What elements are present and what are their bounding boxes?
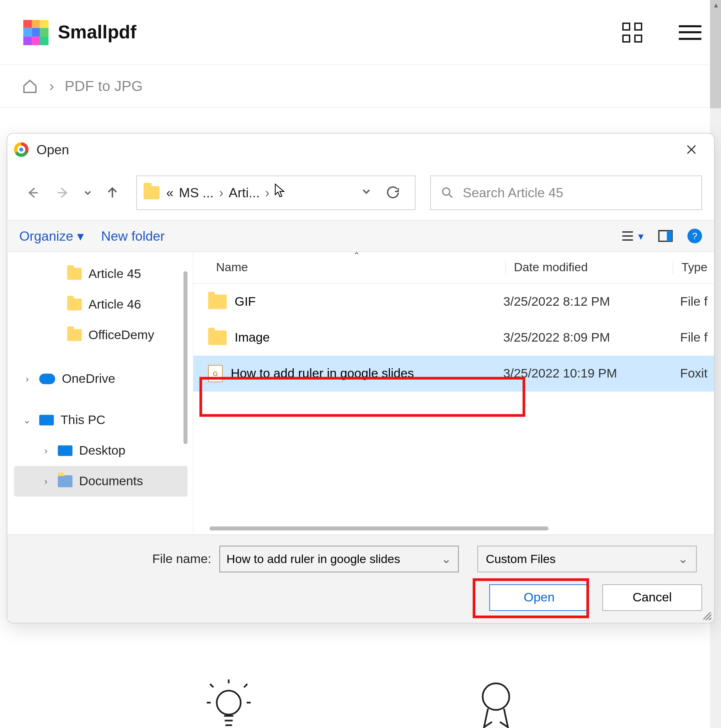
filetype-select[interactable]: Custom Files ⌄ <box>477 546 697 572</box>
recent-dropdown[interactable] <box>80 179 95 206</box>
breadcrumb-sep: › <box>49 78 54 95</box>
file-open-dialog: Open « MS ... › <box>7 133 715 624</box>
menu-icon[interactable] <box>679 25 701 40</box>
resize-grip[interactable] <box>703 612 711 620</box>
dialog-titlebar: Open <box>8 134 714 166</box>
tree-item-documents[interactable]: ›Documents <box>14 466 187 497</box>
tree-item-onedrive[interactable]: ›OneDrive <box>14 364 187 394</box>
refresh-button[interactable] <box>378 186 408 199</box>
site-header: Smallpdf <box>0 0 721 65</box>
list-item-folder[interactable]: Image 3/25/2022 8:09 PM File f <box>193 320 714 355</box>
tree-scrollbar[interactable] <box>184 271 187 444</box>
pdf-icon: G <box>208 365 223 382</box>
tree-item-desktop[interactable]: ›Desktop <box>14 436 187 466</box>
breadcrumb-current[interactable]: PDF to JPG <box>65 78 142 95</box>
chrome-icon <box>14 142 28 157</box>
open-button[interactable]: Open <box>489 584 589 611</box>
filename-value: How to add ruler in google slides <box>227 552 400 566</box>
close-button[interactable] <box>678 136 705 163</box>
tree-label: Article 46 <box>89 297 141 312</box>
chevron-down-icon: ⌄ <box>678 552 688 566</box>
arrow-left-icon <box>26 186 39 199</box>
file-date: 3/25/2022 8:12 PM <box>504 294 671 309</box>
up-button[interactable] <box>99 179 126 206</box>
organize-menu[interactable]: Organize ▾ <box>19 228 84 244</box>
dialog-title: Open <box>37 142 69 157</box>
tree-label: OneDrive <box>62 372 115 386</box>
svg-point-3 <box>216 691 240 714</box>
back-button[interactable] <box>19 179 46 206</box>
file-type: File f <box>680 330 714 345</box>
dialog-toolbar: Organize ▾ New folder ▾ ? <box>8 220 714 252</box>
filename-label: File name: <box>152 552 211 566</box>
file-name: Image <box>235 330 270 345</box>
forward-button[interactable] <box>50 179 77 206</box>
path-seg-1[interactable]: MS ... <box>179 185 214 200</box>
file-type: File f <box>680 294 714 309</box>
lightbulb-icon <box>205 679 252 728</box>
new-folder-button[interactable]: New folder <box>101 228 165 243</box>
column-type[interactable]: Type <box>673 260 714 274</box>
chevron-down-icon: ▾ <box>77 228 84 244</box>
home-icon[interactable] <box>21 78 39 94</box>
chevron-down-icon: ▾ <box>638 229 643 242</box>
dialog-footer: File name: How to add ruler in google sl… <box>8 534 714 623</box>
tree-label: This PC <box>60 413 105 427</box>
search-icon <box>442 187 454 199</box>
file-name: How to add ruler in google slides <box>231 366 414 381</box>
cancel-button[interactable]: Cancel <box>602 584 702 611</box>
documents-icon <box>58 475 72 487</box>
chevron-right-icon: › <box>265 185 269 200</box>
award-ribbon-icon <box>476 679 516 728</box>
apps-grid-icon[interactable] <box>622 22 642 42</box>
chevron-right-icon: › <box>219 185 223 200</box>
preview-pane-button[interactable] <box>658 230 673 242</box>
svg-point-4 <box>483 683 510 710</box>
folder-icon <box>144 186 160 199</box>
tree-label: Desktop <box>79 443 126 458</box>
arrow-up-icon <box>106 186 119 199</box>
list-header: ⌃ Name Date modified Type <box>193 252 714 284</box>
chevron-down-icon[interactable]: ⌄ <box>441 552 451 566</box>
cursor-icon <box>273 183 286 203</box>
preview-pane-icon <box>658 230 673 242</box>
close-icon <box>686 144 697 155</box>
tree-item-article-46[interactable]: Article 46 <box>14 289 187 320</box>
search-placeholder: Search Article 45 <box>463 185 563 200</box>
list-item-file-selected[interactable]: GHow to add ruler in google slides 3/25/… <box>193 355 714 392</box>
list-h-scrollbar[interactable] <box>210 526 549 530</box>
file-list: ⌃ Name Date modified Type GIF 3/25/2022 … <box>193 252 714 535</box>
list-item-folder[interactable]: GIF 3/25/2022 8:12 PM File f <box>193 284 714 320</box>
tree-item-article-45[interactable]: Article 45 <box>14 258 187 289</box>
search-input[interactable]: Search Article 45 <box>430 176 702 210</box>
arrow-right-icon <box>57 186 70 199</box>
chevron-down-icon <box>84 189 92 197</box>
address-bar[interactable]: « MS ... › Arti... › <box>136 176 415 210</box>
address-dropdown[interactable] <box>361 187 371 199</box>
filename-input[interactable]: How to add ruler in google slides ⌄ <box>219 546 459 572</box>
tree-item-officedemy[interactable]: OfficeDemy <box>14 320 187 350</box>
tree-item-this-pc[interactable]: ⌄This PC <box>14 405 187 436</box>
filetype-value: Custom Files <box>486 552 555 566</box>
list-view-icon <box>621 231 634 242</box>
path-seg-2[interactable]: Arti... <box>229 185 260 200</box>
brand-logo[interactable]: Smallpdf <box>23 20 136 45</box>
file-name: GIF <box>235 294 256 309</box>
file-date: 3/25/2022 8:09 PM <box>504 330 671 345</box>
column-date[interactable]: Date modified <box>505 260 673 274</box>
file-type: Foxit <box>680 366 714 381</box>
help-button[interactable]: ? <box>687 229 702 243</box>
folder-tree: Article 45 Article 46 OfficeDemy ›OneDri… <box>8 252 194 535</box>
breadcrumb: › PDF to JPG <box>0 65 721 108</box>
onedrive-icon <box>39 373 55 384</box>
organize-label: Organize <box>19 228 73 243</box>
page-scrollbar-thumb[interactable] <box>710 0 721 109</box>
scroll-up-arrow[interactable]: ▲ <box>713 2 719 9</box>
desktop-icon <box>58 445 72 456</box>
column-name[interactable]: Name <box>216 260 505 274</box>
folder-icon <box>208 330 227 345</box>
pc-icon <box>39 415 54 425</box>
view-list-button[interactable]: ▾ <box>621 229 644 242</box>
brand-name: Smallpdf <box>58 22 136 43</box>
path-prefix: « <box>166 185 174 200</box>
